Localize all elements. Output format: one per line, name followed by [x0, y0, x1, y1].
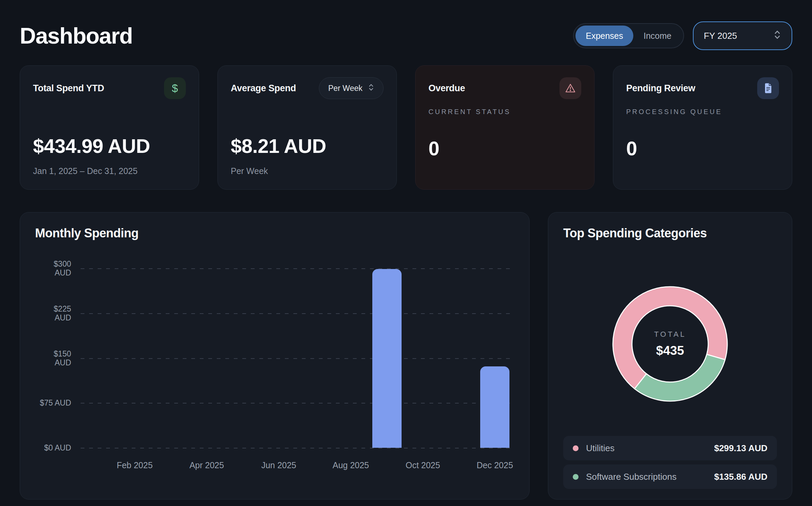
- legend-label: Software Subscriptions: [586, 472, 677, 482]
- monthly-spending-title: Monthly Spending: [35, 226, 514, 240]
- x-tick-label: Dec 2025: [477, 460, 513, 470]
- toggle-expenses-button[interactable]: Expenses: [575, 26, 633, 46]
- donut-chart: TOTAL $435: [592, 266, 748, 422]
- x-tick-label: Feb 2025: [117, 460, 153, 470]
- bar-dec-2025: [480, 366, 509, 448]
- y-axis-labels: $0 AUD$75 AUD$150 AUD$225 AUD$300 AUD: [35, 268, 75, 448]
- category-legend: Utilities $299.13 AUD Software Subscript…: [563, 436, 777, 489]
- gridline: [81, 313, 513, 314]
- donut-segment-software-subscriptions: [635, 354, 725, 401]
- stat-title: Pending Review: [626, 83, 695, 94]
- monthly-spending-chart: $0 AUD$75 AUD$150 AUD$225 AUD$300 AUD Fe…: [35, 261, 514, 486]
- bar-sep-2025: [372, 269, 402, 448]
- period-select[interactable]: Per Week: [319, 77, 384, 99]
- stat-title: Overdue: [428, 83, 465, 94]
- software-subscriptions-dot-icon: [573, 474, 579, 480]
- y-tick-label: $300 AUD: [35, 261, 71, 277]
- page-title: Dashboard: [20, 23, 132, 49]
- dollar-sign-icon: $: [164, 77, 186, 99]
- period-select-value: Per Week: [328, 84, 362, 93]
- stat-value: 0: [626, 137, 779, 160]
- stat-value: $434.99 AUD: [33, 135, 186, 157]
- stat-value: $8.21 AUD: [231, 135, 384, 157]
- legend-value: $299.13 AUD: [714, 443, 767, 454]
- fiscal-year-value: FY 2025: [704, 31, 737, 41]
- gridline: [81, 268, 513, 269]
- utilities-dot-icon: [573, 445, 579, 451]
- charts-row: Monthly Spending $0 AUD$75 AUD$150 AUD$2…: [20, 212, 792, 500]
- y-tick-label: $225 AUD: [35, 304, 71, 322]
- document-icon: [757, 77, 779, 99]
- y-tick-label: $150 AUD: [35, 349, 71, 367]
- chevron-up-down-icon: [773, 30, 781, 42]
- stat-card-pending-review: Pending Review PROCESSING QUEUE 0: [613, 65, 792, 190]
- legend-row-utilities: Utilities $299.13 AUD: [563, 436, 777, 460]
- toggle-income-button[interactable]: Income: [633, 26, 682, 46]
- stat-date-range: Jan 1, 2025 – Dec 31, 2025: [33, 166, 186, 176]
- y-tick-label: $0 AUD: [35, 443, 71, 452]
- x-axis-labels: Feb 2025Apr 2025Jun 2025Aug 2025Oct 2025…: [81, 460, 513, 472]
- x-tick-label: Oct 2025: [406, 460, 440, 470]
- header: Dashboard Expenses Income FY 2025: [20, 21, 792, 50]
- stat-card-overdue: Overdue CURRENT STATUS 0: [415, 65, 595, 190]
- legend-row-software-subscriptions: Software Subscriptions $135.86 AUD: [563, 464, 777, 489]
- dashboard-page: Dashboard Expenses Income FY 2025 Total …: [0, 0, 812, 500]
- donut-svg: [592, 266, 748, 422]
- x-tick-label: Jun 2025: [261, 460, 296, 470]
- stat-card-average-spend: Average Spend Per Week $8.21 AUD Per Wee…: [217, 65, 397, 190]
- stat-eyebrow: CURRENT STATUS: [428, 108, 581, 116]
- fiscal-year-select[interactable]: FY 2025: [693, 21, 792, 50]
- stat-card-total-spend: Total Spend YTD $ $434.99 AUD Jan 1, 202…: [20, 65, 199, 190]
- header-controls: Expenses Income FY 2025: [573, 21, 792, 50]
- stat-title: Average Spend: [231, 83, 296, 94]
- gridline: [81, 403, 513, 404]
- legend-value: $135.86 AUD: [714, 472, 767, 482]
- stat-eyebrow: PROCESSING QUEUE: [626, 108, 779, 116]
- legend-label: Utilities: [586, 443, 615, 454]
- bar-plot: [81, 268, 513, 448]
- y-tick-label: $75 AUD: [35, 398, 71, 407]
- warning-triangle-icon: [559, 77, 581, 99]
- stat-title: Total Spend YTD: [33, 83, 104, 94]
- expenses-income-toggle[interactable]: Expenses Income: [573, 23, 684, 48]
- top-categories-card: Top Spending Categories TOTAL $435 Utili…: [548, 212, 792, 500]
- gridline: [81, 448, 513, 448]
- chevron-up-down-icon: [368, 83, 374, 93]
- x-tick-label: Aug 2025: [332, 460, 369, 470]
- gridline: [81, 358, 513, 359]
- stat-period-label: Per Week: [231, 166, 384, 176]
- stats-row: Total Spend YTD $ $434.99 AUD Jan 1, 202…: [20, 65, 792, 190]
- x-tick-label: Apr 2025: [190, 460, 224, 470]
- top-categories-title: Top Spending Categories: [563, 226, 777, 240]
- monthly-spending-card: Monthly Spending $0 AUD$75 AUD$150 AUD$2…: [20, 212, 530, 500]
- stat-value: 0: [428, 137, 581, 160]
